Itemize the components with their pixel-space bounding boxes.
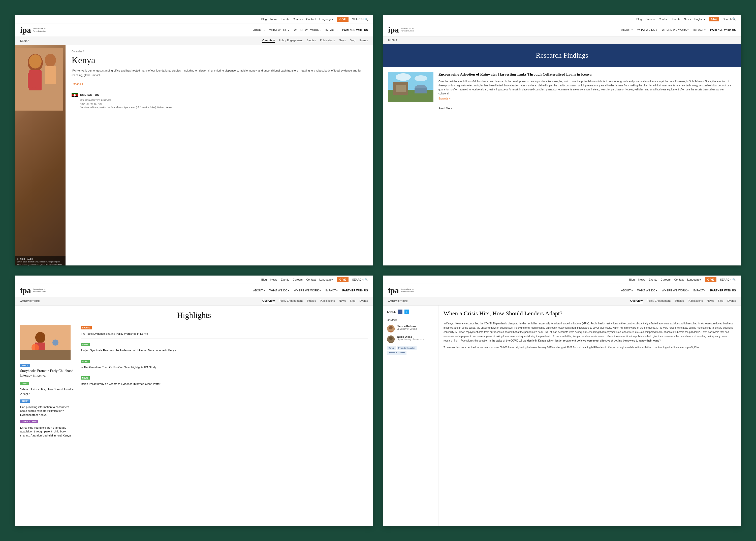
countries-breadcrumb[interactable]: Countries / xyxy=(72,50,367,53)
tab-publications-3[interactable]: Publications xyxy=(320,299,335,303)
tag-kenya[interactable]: Kenya xyxy=(387,346,396,350)
nav-blog-3[interactable]: Blog xyxy=(261,278,267,281)
nav-partner-1[interactable]: PARTNER WITH US xyxy=(342,28,368,32)
search-button-2[interactable]: Search 🔍 xyxy=(723,17,736,21)
search-button-3[interactable]: SEARCH 🔍 xyxy=(352,278,368,281)
nav-about-3[interactable]: ABOUT xyxy=(253,289,265,292)
nav-where-2[interactable]: WHERE WE WORK xyxy=(662,28,689,31)
give-button-3[interactable]: GIVE xyxy=(337,277,349,282)
logo-2[interactable]: ipa Innovations for Poverty Action xyxy=(388,26,414,34)
tab-overview-4[interactable]: Overview xyxy=(630,299,643,303)
give-button-4[interactable]: GIVE xyxy=(705,277,716,282)
tab-blog-1[interactable]: Blog xyxy=(350,39,355,43)
language-selector-2[interactable]: English xyxy=(694,18,705,21)
nav-where-1[interactable]: WHERE WE WORK xyxy=(294,28,321,32)
give-button-1[interactable]: GIVE xyxy=(337,17,349,22)
language-selector-1[interactable]: Language xyxy=(319,18,333,21)
tab-news-4[interactable]: News xyxy=(707,299,714,303)
right-item-title-4[interactable]: Inside Philanthropy on Grants to Evidenc… xyxy=(81,382,368,386)
language-selector-4[interactable]: Language xyxy=(687,278,701,281)
nav-events-2[interactable]: Events xyxy=(672,18,680,21)
nav-events-3[interactable]: Events xyxy=(281,278,289,281)
logo-4[interactable]: ipa Innovations for Poverty Action xyxy=(388,286,414,294)
nav-partner-4[interactable]: PARTNER WITH US xyxy=(710,289,736,292)
nav-impact-3[interactable]: IMPACT xyxy=(325,289,338,292)
tab-blog-3[interactable]: Blog xyxy=(350,299,355,303)
nav-events-1[interactable]: Events xyxy=(281,18,289,21)
logo-3[interactable]: ipa Innovations for Poverty Action xyxy=(20,286,46,294)
tab-news-1[interactable]: News xyxy=(339,39,346,43)
nav-blog-1[interactable]: Blog xyxy=(261,18,267,21)
right-item-title-2[interactable]: Project Syndicate Features IPA Evidence … xyxy=(81,348,368,352)
tab-publications-4[interactable]: Publications xyxy=(688,299,703,303)
nav-careers-4[interactable]: Careers xyxy=(661,278,671,281)
give-button-2[interactable]: Give xyxy=(709,17,719,21)
right-item-title-1[interactable]: IPA Hosts Evidence Sharing Policy Worksh… xyxy=(81,332,368,336)
tab-studies-3[interactable]: Studies xyxy=(307,299,316,303)
tag-financial-inclusion[interactable]: Financial Inclusion xyxy=(397,346,417,350)
expand-link-1[interactable]: Expand + xyxy=(72,82,83,85)
article-body-right: When a Crisis Hits, How Should Lenders A… xyxy=(438,305,741,526)
read-more-link[interactable]: Read More xyxy=(438,107,452,110)
right-item-title-3[interactable]: In The Guardian, The Life You Can Save H… xyxy=(81,365,368,369)
tab-studies-1[interactable]: Studies xyxy=(307,39,316,43)
nav-partner-2[interactable]: PARTNER WITH US xyxy=(710,28,736,31)
nav-contact-1[interactable]: Contact xyxy=(306,18,316,21)
nav-about-4[interactable]: ABOUT xyxy=(621,289,633,292)
tab-overview-1[interactable]: Overview xyxy=(262,39,275,43)
tab-overview-3[interactable]: Overview xyxy=(262,299,275,303)
nav-events-4[interactable]: Events xyxy=(649,278,657,281)
contact-email[interactable]: info-kenya@poverty-action.org xyxy=(80,98,172,102)
tab-blog-4[interactable]: Blog xyxy=(718,299,723,303)
nav-news-1[interactable]: News xyxy=(270,18,277,21)
left-item-title-2[interactable]: Can providing information to consumers a… xyxy=(20,405,76,417)
nav-impact-2[interactable]: IMPACT xyxy=(693,28,706,31)
language-selector-3[interactable]: Language xyxy=(319,278,333,281)
nav-what-we-do-1[interactable]: WHAT WE DO xyxy=(269,28,290,32)
nav-what-4[interactable]: WHAT WE DO xyxy=(637,289,657,292)
tab-events-4[interactable]: Events xyxy=(727,299,736,303)
nav-what-2[interactable]: WHAT WE DO xyxy=(637,28,657,31)
nav-news-3[interactable]: News xyxy=(270,278,277,281)
left-item-title-3[interactable]: Enhancing young children's language acqu… xyxy=(20,426,76,437)
search-button-4[interactable]: SEARCH 🔍 xyxy=(720,278,736,281)
nav-contact-3[interactable]: Contact xyxy=(306,278,316,281)
nav-blog-4[interactable]: Blog xyxy=(629,278,635,281)
tab-policy-3[interactable]: Policy Engagement xyxy=(279,299,303,303)
feature-title[interactable]: Storybooks Promote Early Childhood Liter… xyxy=(20,369,76,378)
nav-careers-3[interactable]: Careers xyxy=(293,278,303,281)
nav-blog-2[interactable]: Blog xyxy=(636,18,642,21)
author-name-2[interactable]: Waldo Ojeda xyxy=(397,335,424,338)
tab-events-1[interactable]: Events xyxy=(359,39,368,43)
left-item-title-1[interactable]: When a Crisis Hits, How Should Lenders A… xyxy=(20,387,76,396)
nav-about-1[interactable]: ABOUT xyxy=(253,28,265,32)
twitter-share-icon[interactable]: t xyxy=(404,309,409,314)
nav-impact-4[interactable]: IMPACT xyxy=(693,289,706,292)
research-findings-title: Research Findings xyxy=(388,51,736,59)
expand-link-2[interactable]: Expands + xyxy=(438,97,736,100)
nav-about-2[interactable]: ABOUT xyxy=(621,28,633,31)
search-button-1[interactable]: SEARCH 🔍 xyxy=(352,18,368,21)
nav-contact-4[interactable]: Contact xyxy=(674,278,684,281)
nav-partner-3[interactable]: PARTNER WITH US xyxy=(342,289,368,292)
facebook-share-icon[interactable]: f xyxy=(398,309,402,314)
nav-where-4[interactable]: WHERE WE WORK xyxy=(662,289,689,292)
nav-careers-2[interactable]: Careers xyxy=(645,18,655,21)
tab-publications-1[interactable]: Publications xyxy=(320,39,335,43)
author-name-1[interactable]: Shesha Kulkarni xyxy=(397,325,417,328)
tag-access-to-finance[interactable]: Access to Finance xyxy=(387,351,406,355)
tab-policy-1[interactable]: Policy Engagement xyxy=(279,39,303,43)
tab-news-3[interactable]: News xyxy=(339,299,346,303)
nav-contact-2[interactable]: Contact xyxy=(659,18,668,21)
logo-1[interactable]: ipa Innovations for Poverty Action xyxy=(20,26,46,34)
nav-news-2[interactable]: News xyxy=(684,18,691,21)
nav-impact-1[interactable]: IMPACT xyxy=(325,28,338,32)
tab-policy-4[interactable]: Policy Engagement xyxy=(647,299,671,303)
nav-what-3[interactable]: WHAT WE DO xyxy=(269,289,290,292)
author-university-2: City University of New York xyxy=(397,338,424,341)
nav-news-4[interactable]: News xyxy=(638,278,645,281)
tab-events-3[interactable]: Events xyxy=(359,299,368,303)
nav-careers-1[interactable]: Careers xyxy=(293,18,303,21)
tab-studies-4[interactable]: Studies xyxy=(675,299,684,303)
nav-where-3[interactable]: WHERE WE WORK xyxy=(294,289,321,292)
